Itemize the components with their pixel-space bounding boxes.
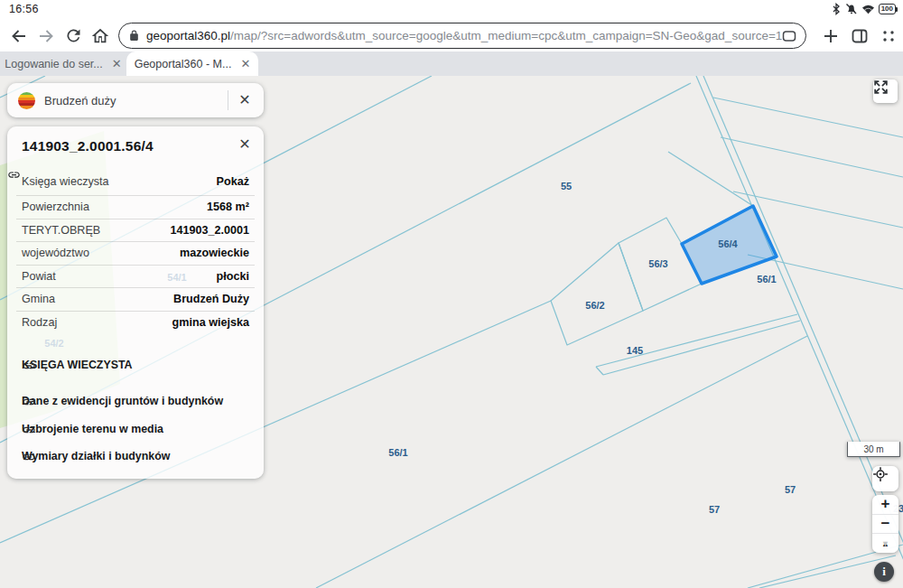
tab-switcher-button[interactable]: [846, 23, 873, 50]
clock: 16:56: [9, 3, 39, 15]
search-bar[interactable]: Brudzeń duży ✕: [7, 83, 264, 117]
detail-value: 1568 m²: [207, 201, 249, 213]
detail-value: Brudzeń Duży: [173, 293, 249, 305]
tab-close-button[interactable]: ✕: [240, 58, 250, 70]
map-scale-bar: 30 m: [847, 442, 900, 457]
home-button[interactable]: [87, 23, 114, 50]
search-query[interactable]: Brudzeń duży: [44, 94, 116, 107]
link-icon: [22, 359, 36, 373]
detail-value: mazowieckie: [180, 247, 249, 259]
detail-row: Powiatpłocki: [16, 266, 255, 289]
parcel-number-label: 57: [709, 504, 720, 515]
panel-link[interactable]: Dane z ewidencji gruntów i budynków: [22, 395, 223, 407]
info-button[interactable]: i: [874, 562, 894, 582]
detail-value: gmina wiejska: [172, 316, 249, 329]
location-target-icon: [872, 466, 889, 482]
battery-percent: 100: [879, 4, 896, 14]
scale-label: 30 m: [863, 444, 883, 454]
notifications-off-icon: [845, 3, 858, 15]
url-bar[interactable]: geoportal360.pl/map/?src=adwords&utm_sou…: [118, 23, 806, 49]
parcel-number-label: 57: [785, 484, 796, 495]
tab-label: Geoportal360 - M...: [135, 58, 232, 70]
parcel-boundary-line: [316, 336, 807, 588]
link-icon: [22, 423, 36, 437]
screen: 16:56 100: [0, 0, 903, 588]
parcel-number-label: 56/4: [718, 238, 738, 249]
detail-label: Powiat: [22, 270, 56, 283]
url-text: geoportal360.pl/map/?src=adwords&utm_sou…: [146, 29, 782, 42]
lock-icon: [128, 30, 140, 42]
new-tab-button[interactable]: [817, 23, 844, 50]
close-panel-button[interactable]: ✕: [234, 134, 256, 155]
detail-label: Gmina: [22, 293, 55, 305]
detail-row: Rodzajgmina wiejska: [16, 312, 255, 335]
detail-value: 141903_2.0001: [170, 224, 249, 237]
zoom-in-button[interactable]: +: [872, 495, 898, 514]
clear-search-button[interactable]: ✕: [234, 89, 256, 111]
geoportal-logo-icon: [18, 92, 35, 109]
panel-link[interactable]: KSIĘGA WIECZYSTA: [22, 359, 133, 371]
detail-label: Rodzaj: [22, 316, 57, 329]
battery-icon: 100: [879, 4, 898, 14]
parcel-number-label: 56/2: [585, 300, 604, 311]
zoom-out-button[interactable]: −: [872, 514, 898, 534]
divider: [228, 90, 228, 110]
zoom-controls: + − ▲▼: [872, 495, 898, 553]
back-button[interactable]: [5, 23, 33, 50]
link-icon: [7, 168, 21, 182]
parcel-number-label: 56/1: [757, 274, 776, 285]
parcel-number-label: 56/3: [648, 258, 667, 269]
detail-value: płocki: [217, 270, 249, 283]
parcel-details: Księga wieczystaPokażPowierzchnia1568 m²…: [7, 168, 264, 334]
menu-button[interactable]: [875, 23, 902, 50]
detail-row: Powierzchnia1568 m²: [16, 196, 255, 219]
zoom-slider-button[interactable]: ▲▼: [872, 533, 898, 553]
fullscreen-icon: [873, 79, 889, 95]
parcel-id-title: 141903_2.0001.56/4: [22, 138, 154, 154]
detail-row: GminaBrudzeń Duży: [16, 288, 255, 312]
parcel-number-label: 55: [561, 181, 572, 191]
tab-strip: Logowanie do ser...✕Geoportal360 - M...✕: [0, 51, 903, 76]
parcel-boundary-line: [713, 98, 903, 137]
wifi-icon: [861, 4, 875, 15]
fullscreen-button[interactable]: [873, 79, 898, 103]
detail-row: Księga wieczystaPokaż: [16, 168, 255, 196]
detail-label: TERYT.OBRĘB: [22, 224, 100, 237]
show-kw-link[interactable]: Pokaż: [217, 175, 249, 188]
panel-link[interactable]: Uzbrojenie terenu w media: [22, 423, 163, 435]
url-action-icon[interactable]: [782, 30, 796, 42]
link-icon: [22, 450, 36, 464]
tab-label: Logowanie do ser...: [5, 58, 102, 70]
parcel-boundary-line: [748, 548, 889, 588]
my-location-button[interactable]: [872, 466, 898, 491]
parcel-boundary-line: [596, 314, 797, 367]
detail-row: województwomazowieckie: [16, 242, 255, 266]
parcel-boundary-line: [596, 367, 603, 375]
parcel-outline[interactable]: [551, 243, 643, 345]
panel-link-label: Uzbrojenie terenu w media: [22, 423, 163, 435]
tab-1[interactable]: Logowanie do ser...✕: [0, 51, 126, 76]
tab-close-button[interactable]: ✕: [112, 58, 122, 70]
parcel-number-label: 145: [627, 345, 643, 356]
panel-link-label: KSIĘGA WIECZYSTA: [22, 359, 133, 371]
panel-link-label: Wymiary działki i budynków: [22, 450, 170, 462]
detail-label: województwo: [22, 247, 89, 259]
parcel-boundary-line: [721, 137, 903, 177]
detail-label: Powierzchnia: [22, 201, 89, 213]
map-canvas[interactable]: 5556/456/356/156/214554/154/256/1575723 …: [0, 76, 903, 588]
forward-button[interactable]: [33, 23, 60, 50]
parcel-info-panel: 141903_2.0001.56/4 ✕ Księga wieczystaPok…: [7, 126, 264, 479]
browser-toolbar: geoportal360.pl/map/?src=adwords&utm_sou…: [0, 20, 903, 51]
panel-link-label: Dane z ewidencji gruntów i budynków: [22, 395, 223, 407]
detail-label: Księga wieczysta: [22, 175, 109, 188]
tab-2[interactable]: Geoportal360 - M...✕: [126, 51, 258, 76]
status-icons: 100: [831, 3, 898, 15]
parcel-number-label: 56/1: [388, 447, 407, 458]
status-bar: 16:56 100: [0, 0, 903, 20]
detail-row: TERYT.OBRĘB141903_2.0001: [16, 219, 255, 243]
bluetooth-icon: [831, 3, 842, 15]
link-icon: [22, 395, 36, 409]
panel-link[interactable]: Wymiary działki i budynków: [22, 450, 170, 462]
refresh-button[interactable]: [60, 23, 87, 50]
